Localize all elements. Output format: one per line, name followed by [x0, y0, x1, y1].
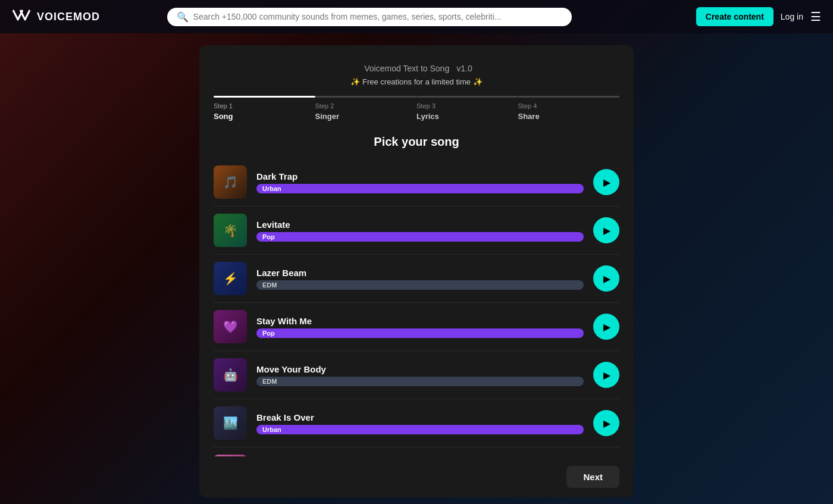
step-number-lyrics: Step 3 — [416, 102, 518, 109]
modal-subtitle: ✨ Free creations for a limited time ✨ — [214, 77, 619, 86]
song-name-dark-trap: Dark Trap — [256, 171, 584, 181]
step-number-share: Step 4 — [518, 102, 620, 109]
step-label-singer: Singer — [315, 112, 417, 121]
logo-vm — [12, 8, 33, 26]
steps-bar: Step 1 Song Step 2 Singer Step 3 Lyrics … — [199, 96, 634, 130]
step-song: Step 1 Song — [214, 96, 315, 121]
song-genre-dark-trap: Urban — [256, 184, 584, 193]
play-icon-lazer-beam: ▶ — [603, 273, 610, 284]
song-item-levitate[interactable]: 🌴 Levitate Pop ▶ — [214, 206, 619, 255]
play-button-stay-with-me[interactable]: ▶ — [593, 314, 619, 340]
play-icon-break-is-over: ▶ — [603, 418, 610, 429]
song-item-lazer-beam[interactable]: ⚡ Lazer Beam EDM ▶ — [214, 255, 619, 303]
song-thumb-levitate: 🌴 — [214, 214, 247, 247]
search-icon: 🔍 — [177, 11, 189, 23]
modal-title-text: Voicemod Text to Song — [364, 64, 449, 73]
song-item-stay-with-me[interactable]: 💜 Stay With Me Pop ▶ — [214, 303, 619, 351]
step-number-song: Step 1 — [214, 102, 315, 109]
song-info-move-your-body: Move Your Body EDM — [256, 364, 584, 386]
song-picker-modal: Voicemod Text to Song v1.0 ✨ Free creati… — [199, 45, 634, 497]
song-genre-levitate: Pop — [256, 232, 584, 242]
play-icon-dark-trap: ▶ — [603, 177, 610, 188]
step-lyrics: Step 3 Lyrics — [416, 96, 518, 121]
song-info-dark-trap: Dark Trap Urban — [256, 171, 584, 193]
play-button-dark-trap[interactable]: ▶ — [593, 169, 619, 195]
song-info-lazer-beam: Lazer Beam EDM — [256, 268, 584, 290]
modal-title: Voicemod Text to Song v1.0 — [214, 60, 619, 75]
song-info-stay-with-me: Stay With Me Pop — [256, 316, 584, 338]
song-thumb-move-your-body: 🤖 — [214, 358, 247, 392]
step-number-singer: Step 2 — [315, 102, 417, 109]
song-info-levitate: Levitate Pop — [256, 220, 584, 242]
header-actions: Create content Log in ☰ — [696, 7, 821, 26]
create-content-button[interactable]: Create content — [696, 7, 774, 26]
play-icon-stay-with-me: ▶ — [603, 321, 610, 333]
header: VOICEMOD 🔍 Create content Log in ☰ — [0, 0, 833, 33]
login-button[interactable]: Log in — [781, 12, 803, 21]
menu-icon[interactable]: ☰ — [810, 10, 821, 24]
song-name-lazer-beam: Lazer Beam — [256, 268, 584, 278]
logo-text: VOICEMOD — [37, 11, 100, 23]
play-icon-levitate: ▶ — [603, 225, 610, 236]
search-input[interactable] — [193, 12, 562, 21]
modal-footer: Next — [199, 456, 634, 497]
step-share: Step 4 Share — [518, 96, 620, 121]
song-thumb-lazer-beam: ⚡ — [214, 262, 247, 295]
song-thumb-dark-trap: 🎵 — [214, 165, 247, 199]
song-name-move-your-body: Move Your Body — [256, 364, 584, 374]
step-label-lyrics: Lyrics — [416, 112, 518, 121]
song-item-break-is-over[interactable]: 🏙️ Break Is Over Urban ▶ — [214, 399, 619, 447]
step-label-song: Song — [214, 112, 315, 121]
song-thumb-stay-with-me: 💜 — [214, 310, 247, 343]
song-item-dark-trap[interactable]: 🎵 Dark Trap Urban ▶ — [214, 158, 619, 206]
search-bar[interactable]: 🔍 — [167, 8, 572, 26]
song-name-break-is-over: Break Is Over — [256, 412, 584, 422]
play-button-move-your-body[interactable]: ▶ — [593, 362, 619, 388]
play-button-lazer-beam[interactable]: ▶ — [593, 265, 619, 292]
modal-overlay: Voicemod Text to Song v1.0 ✨ Free creati… — [0, 33, 833, 504]
step-label-share: Share — [518, 112, 620, 121]
song-genre-lazer-beam: EDM — [256, 280, 584, 290]
step-line-song — [214, 96, 315, 98]
modal-version: v1.0 — [456, 64, 472, 73]
modal-header: Voicemod Text to Song v1.0 ✨ Free creati… — [199, 45, 634, 96]
step-line-lyrics — [416, 96, 518, 98]
logo: VOICEMOD — [12, 8, 100, 26]
step-singer: Step 2 Singer — [315, 96, 417, 121]
step-line-singer — [315, 96, 417, 98]
step-line-share — [518, 96, 620, 98]
song-genre-break-is-over: Urban — [256, 425, 584, 434]
next-button[interactable]: Next — [566, 466, 619, 488]
song-list[interactable]: 🎵 Dark Trap Urban ▶ 🌴 Levitate Pop ▶ ⚡ — [199, 158, 634, 456]
song-item-happy-birthday[interactable]: 🎂 Happy Birthday Meme ▶ — [214, 447, 619, 456]
song-genre-stay-with-me: Pop — [256, 328, 584, 338]
song-info-break-is-over: Break Is Over Urban — [256, 412, 584, 434]
song-genre-move-your-body: EDM — [256, 377, 584, 386]
play-button-levitate[interactable]: ▶ — [593, 217, 619, 243]
play-button-break-is-over[interactable]: ▶ — [593, 410, 619, 436]
song-item-move-your-body[interactable]: 🤖 Move Your Body EDM ▶ — [214, 351, 619, 399]
section-title: Pick your song — [199, 130, 634, 158]
play-icon-move-your-body: ▶ — [603, 370, 610, 381]
song-thumb-break-is-over: 🏙️ — [214, 406, 247, 440]
song-name-stay-with-me: Stay With Me — [256, 316, 584, 326]
song-name-levitate: Levitate — [256, 220, 584, 230]
